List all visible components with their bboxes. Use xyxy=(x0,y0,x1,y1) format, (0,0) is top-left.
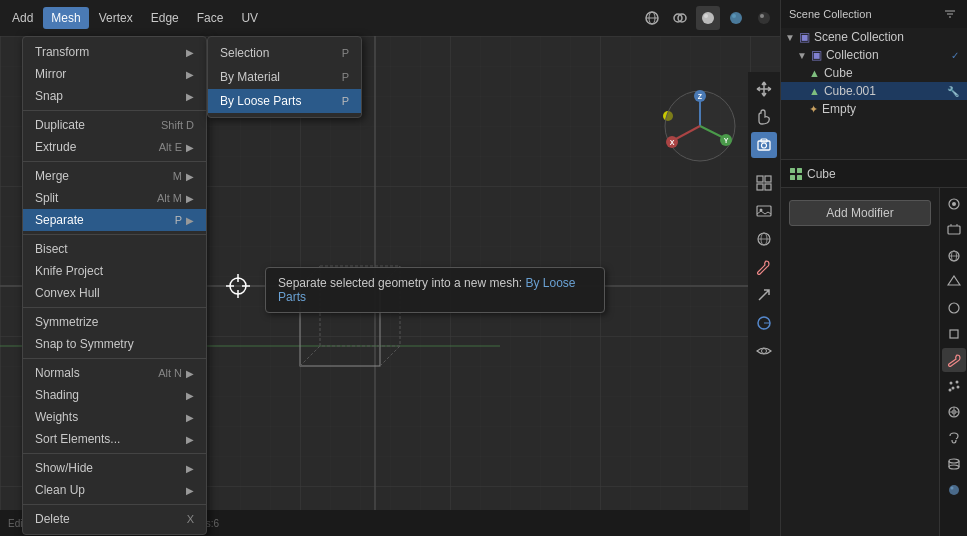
svg-point-50 xyxy=(762,349,767,354)
outliner-scene-collection[interactable]: ▼ ▣ Scene Collection xyxy=(781,28,967,46)
menu-item-bisect[interactable]: Bisect xyxy=(23,238,206,260)
outliner-item-label: Collection xyxy=(826,48,879,62)
tab-world[interactable] xyxy=(942,296,966,320)
cursor-crosshair xyxy=(226,274,250,298)
separate-submenu: Selection P By Material P By Loose Parts… xyxy=(207,36,362,118)
tab-data[interactable] xyxy=(942,452,966,476)
tool-grid[interactable] xyxy=(751,170,777,196)
separator-7 xyxy=(23,504,206,505)
separator-4 xyxy=(23,307,206,308)
menu-item-separate[interactable]: Separate P ▶ xyxy=(23,209,206,231)
menu-item-knife-project[interactable]: Knife Project xyxy=(23,260,206,282)
svg-text:Y: Y xyxy=(724,137,729,144)
properties-panel: Cube xyxy=(781,160,967,536)
tool-sphere[interactable] xyxy=(751,226,777,252)
svg-point-73 xyxy=(948,389,951,392)
svg-point-9 xyxy=(758,12,770,24)
menu-item-show-hide[interactable]: Show/Hide ▶ xyxy=(23,457,206,479)
menu-item-symmetrize[interactable]: Symmetrize xyxy=(23,311,206,333)
menu-item-delete[interactable]: Delete X xyxy=(23,508,206,530)
outliner: Scene Collection ▼ ▣ Scene Collection ▼ … xyxy=(781,0,967,160)
nav-gizmo[interactable]: Z Y X xyxy=(660,86,740,166)
tool-arrow[interactable] xyxy=(751,282,777,308)
tab-material[interactable] xyxy=(942,478,966,502)
menu-item-shading[interactable]: Shading ▶ xyxy=(23,384,206,406)
menu-uv[interactable]: UV xyxy=(233,7,266,29)
tool-eye[interactable] xyxy=(751,338,777,364)
separate-by-material[interactable]: By Material P xyxy=(208,65,361,89)
tab-physics[interactable] xyxy=(942,400,966,424)
tab-particles[interactable] xyxy=(942,374,966,398)
tool-image[interactable] xyxy=(751,198,777,224)
separate-by-loose-parts[interactable]: By Loose Parts P xyxy=(208,89,361,113)
svg-rect-55 xyxy=(797,168,802,173)
menu-item-merge[interactable]: Merge M ▶ xyxy=(23,165,206,187)
menu-item-duplicate[interactable]: Duplicate Shift D xyxy=(23,114,206,136)
menu-item-weights[interactable]: Weights ▶ xyxy=(23,406,206,428)
menu-item-sort-elements[interactable]: Sort Elements... ▶ xyxy=(23,428,206,450)
tool-circle[interactable] xyxy=(751,310,777,336)
svg-line-20 xyxy=(300,346,320,366)
menu-edge[interactable]: Edge xyxy=(143,7,187,29)
tool-move[interactable] xyxy=(751,76,777,102)
tool-grab[interactable] xyxy=(751,104,777,130)
menu-item-snap[interactable]: Snap ▶ xyxy=(23,85,206,107)
svg-point-72 xyxy=(956,386,959,389)
menu-vertex[interactable]: Vertex xyxy=(91,7,141,29)
svg-point-7 xyxy=(730,12,742,24)
separator-5 xyxy=(23,358,206,359)
svg-point-81 xyxy=(949,465,959,469)
menu-face[interactable]: Face xyxy=(189,7,232,29)
menu-item-convex-hull[interactable]: Convex Hull xyxy=(23,282,206,304)
menu-item-clean-up[interactable]: Clean Up ▶ xyxy=(23,479,206,501)
svg-rect-54 xyxy=(790,168,795,173)
tab-constraints[interactable] xyxy=(942,426,966,450)
menu-item-transform[interactable]: Transform ▶ xyxy=(23,41,206,63)
add-modifier-button[interactable]: Add Modifier xyxy=(789,200,931,226)
svg-rect-41 xyxy=(765,176,771,182)
menu-item-split[interactable]: Split Alt M ▶ xyxy=(23,187,206,209)
separate-selection[interactable]: Selection P xyxy=(208,41,361,65)
svg-point-38 xyxy=(762,143,767,148)
outliner-collection[interactable]: ▼ ▣ Collection ✓ xyxy=(781,46,967,64)
tab-render[interactable] xyxy=(942,192,966,216)
viewport-overlay-icon[interactable] xyxy=(668,6,692,30)
menu-item-mirror[interactable]: Mirror ▶ xyxy=(23,63,206,85)
svg-text:X: X xyxy=(670,139,675,146)
outliner-item-label: Scene Collection xyxy=(814,30,904,44)
outliner-cube-001[interactable]: ▲ Cube.001 🔧 xyxy=(781,82,967,100)
svg-marker-66 xyxy=(948,276,960,285)
outliner-filter-icon[interactable] xyxy=(941,5,959,23)
menu-item-extrude[interactable]: Extrude Alt E ▶ xyxy=(23,136,206,158)
menu-mesh[interactable]: Mesh xyxy=(43,7,88,29)
tab-view[interactable] xyxy=(942,244,966,268)
menu-add[interactable]: Add xyxy=(4,7,41,29)
svg-rect-43 xyxy=(765,184,771,190)
tab-scene[interactable] xyxy=(942,270,966,294)
separator-1 xyxy=(23,110,206,111)
tool-wrench[interactable] xyxy=(751,254,777,280)
menu-item-snap-symmetry[interactable]: Snap to Symmetry xyxy=(23,333,206,355)
viewport-perspective-icon[interactable] xyxy=(640,6,664,30)
viewport-shading-rendered[interactable] xyxy=(752,6,776,30)
viewport-shading-solid[interactable] xyxy=(696,6,720,30)
svg-rect-56 xyxy=(790,175,795,180)
tab-modifiers[interactable] xyxy=(942,348,966,372)
tool-camera[interactable] xyxy=(751,132,777,158)
viewport-header: Add Mesh Vertex Edge Face UV xyxy=(0,0,780,36)
tab-output[interactable] xyxy=(942,218,966,242)
svg-text:Z: Z xyxy=(698,93,703,100)
outliner-header: Scene Collection xyxy=(781,0,967,28)
right-panel: Scene Collection ▼ ▣ Scene Collection ▼ … xyxy=(780,0,967,536)
viewport-shading-material[interactable] xyxy=(724,6,748,30)
outliner-item-label: Cube.001 xyxy=(824,84,876,98)
menu-item-normals[interactable]: Normals Alt N ▶ xyxy=(23,362,206,384)
svg-point-78 xyxy=(949,459,959,463)
svg-point-83 xyxy=(950,487,953,490)
outliner-empty[interactable]: ✦ Empty xyxy=(781,100,967,118)
properties-content: Add Modifier xyxy=(781,188,939,242)
tab-object[interactable] xyxy=(942,322,966,346)
separator-3 xyxy=(23,234,206,235)
outliner-cube[interactable]: ▲ Cube xyxy=(781,64,967,82)
svg-rect-40 xyxy=(757,176,763,182)
